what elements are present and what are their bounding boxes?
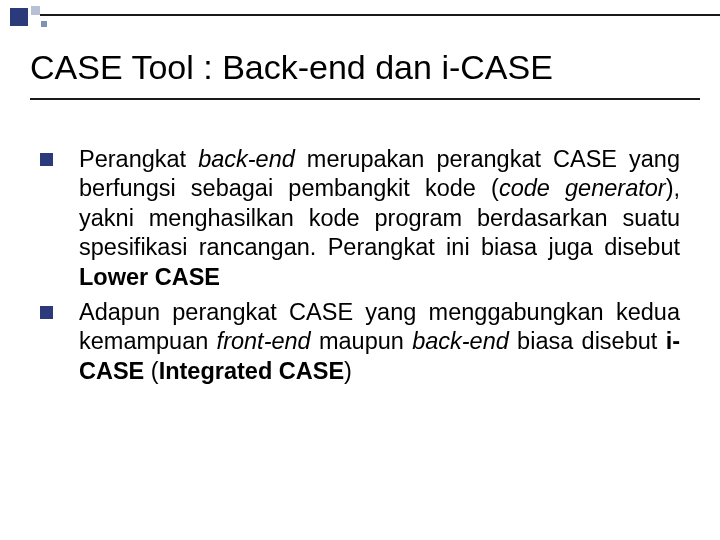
bullet-icon xyxy=(40,306,53,319)
slide-title: CASE Tool : Back-end dan i-CASE xyxy=(30,48,690,87)
square-icon xyxy=(31,6,40,15)
bullet-icon xyxy=(40,153,53,166)
square-icon xyxy=(41,21,47,27)
bullet-text: Perangkat back-end merupakan perangkat C… xyxy=(79,145,680,292)
top-divider xyxy=(40,14,720,16)
list-item: Adapun perangkat CASE yang menggabungkan… xyxy=(40,298,680,386)
list-item: Perangkat back-end merupakan perangkat C… xyxy=(40,145,680,292)
slide-body: Perangkat back-end merupakan perangkat C… xyxy=(40,145,680,392)
square-icon xyxy=(10,8,28,26)
corner-decoration xyxy=(10,8,47,26)
bullet-text: Adapun perangkat CASE yang menggabungkan… xyxy=(79,298,680,386)
title-underline xyxy=(30,98,700,100)
